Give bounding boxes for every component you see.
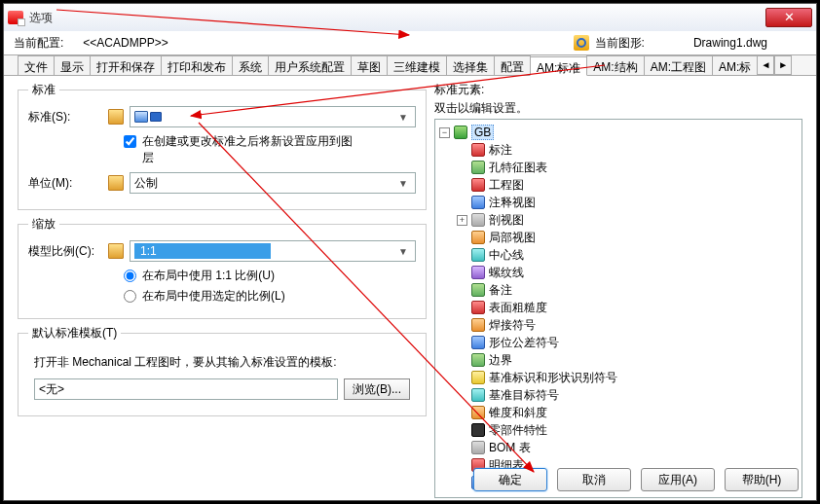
tree-item-icon <box>471 301 485 314</box>
tab-3[interactable]: 打印和发布 <box>161 55 233 75</box>
current-profile-label: 当前配置: <box>14 35 63 52</box>
tree-node[interactable]: 局部视图 <box>439 229 798 246</box>
tree-node[interactable]: BOM 表 <box>439 439 798 456</box>
tab-12[interactable]: AM:工程图 <box>644 55 713 75</box>
titlebar: 选项 ✕ <box>4 4 816 31</box>
tab-5[interactable]: 用户系统配置 <box>268 55 352 75</box>
tab-scroll-right[interactable]: ► <box>774 55 792 75</box>
tab-scroll-left[interactable]: ◄ <box>757 55 774 75</box>
chevron-down-icon: ▼ <box>395 178 411 189</box>
unit-dropdown[interactable]: 公制 ▼ <box>130 172 416 194</box>
tree-node[interactable]: 中心线 <box>439 246 798 264</box>
standard-legend: 标准 <box>28 82 59 98</box>
tab-7[interactable]: 三维建模 <box>387 55 447 75</box>
scale-label: 模型比例(C): <box>28 243 102 260</box>
options-dialog: 选项 ✕ 当前配置: <<ACADMPP>> 当前图形: Drawing1.dw… <box>3 3 817 501</box>
layout-selected-radio[interactable] <box>124 290 136 303</box>
current-drawing-value: Drawing1.dwg <box>693 36 767 50</box>
tree-item-icon <box>471 266 485 279</box>
close-button[interactable]: ✕ <box>765 8 812 27</box>
tab-1[interactable]: 显示 <box>54 55 91 75</box>
tree-node[interactable]: 边界 <box>439 351 798 369</box>
chevron-down-icon: ▼ <box>395 112 411 123</box>
tree-item-icon <box>471 388 485 402</box>
tree-item-icon <box>471 213 485 227</box>
standard-dropdown[interactable]: ▼ <box>130 106 416 127</box>
tree-node[interactable]: 形位公差符号 <box>439 334 798 351</box>
tree-node[interactable]: 锥度和斜度 <box>439 404 798 421</box>
scale-value: 1:1 <box>134 243 271 259</box>
tree-item-icon <box>471 336 485 349</box>
elements-subheading: 双击以编辑设置。 <box>434 100 802 117</box>
tree-node[interactable]: +剖视图 <box>439 211 798 229</box>
tree-item-icon <box>471 423 485 437</box>
tree-node[interactable]: 孔特征图表 <box>439 159 798 176</box>
tree-item-icon <box>471 283 485 297</box>
apply-button[interactable]: 应用(A) <box>641 468 715 491</box>
elements-heading: 标准元素: <box>434 82 802 98</box>
tree-node[interactable]: 注释视图 <box>439 194 798 211</box>
ok-button[interactable]: 确定 <box>473 468 547 491</box>
tree-item-icon <box>471 248 485 262</box>
browse-button[interactable]: 浏览(B)... <box>344 378 410 400</box>
current-drawing-label: 当前图形: <box>595 35 645 52</box>
tree-item-icon <box>471 143 485 157</box>
layout-11-label: 在布局中使用 1:1 比例(U) <box>142 268 275 284</box>
chevron-down-icon: ▼ <box>395 246 411 257</box>
tree-item-icon <box>471 406 485 419</box>
tree-item-icon <box>471 231 485 244</box>
apply-to-layer-checkbox[interactable] <box>124 135 136 148</box>
tree-node[interactable]: 基准标识和形状识别符号 <box>439 369 798 386</box>
template-path-input[interactable] <box>34 378 338 400</box>
standards-tree[interactable]: −GB标注孔特征图表工程图注释视图+剖视图局部视图中心线螺纹线备注表面粗糙度焊接… <box>434 119 802 498</box>
tree-node[interactable]: 焊接符号 <box>439 316 798 334</box>
window-title: 选项 <box>29 10 765 26</box>
tree-node[interactable]: 备注 <box>439 281 798 299</box>
tree-item-icon <box>471 178 485 192</box>
tree-expand-icon[interactable]: + <box>457 215 467 226</box>
tree-collapse-icon[interactable]: − <box>439 127 450 138</box>
apply-to-layer-label: 在创建或更改标准之后将新设置应用到图层 <box>142 133 356 166</box>
tree-item-icon <box>471 371 485 384</box>
app-icon <box>8 11 23 24</box>
standard-group: 标准 标准(S): ▼ 在创建或更改标准之后将新设置应用到图层 <box>18 82 427 210</box>
folder-icon <box>108 109 124 125</box>
tab-8[interactable]: 选择集 <box>446 55 495 75</box>
tree-item-icon <box>471 196 485 209</box>
folder-icon-3 <box>108 243 124 259</box>
tree-node[interactable]: 标注 <box>439 141 798 159</box>
scale-dropdown[interactable]: 1:1 ▼ <box>130 240 416 262</box>
zoom-legend: 缩放 <box>28 216 59 233</box>
tab-13[interactable]: AM:标 <box>712 55 758 75</box>
tab-4[interactable]: 系统 <box>232 55 269 75</box>
tree-node[interactable]: 螺纹线 <box>439 264 798 281</box>
tree-item-icon <box>471 161 485 174</box>
book-icon <box>454 126 467 139</box>
tree-node[interactable]: 表面粗糙度 <box>439 299 798 316</box>
layout-11-radio[interactable] <box>124 270 136 282</box>
right-column: 标准元素: 双击以编辑设置。 −GB标注孔特征图表工程图注释视图+剖视图局部视图… <box>434 82 802 457</box>
tab-bar: 文件显示打开和保存打印和发布系统用户系统配置草图三维建模选择集配置AM:标准AM… <box>4 54 816 76</box>
tree-node[interactable]: −GB <box>439 124 798 141</box>
folder-icon-2 <box>108 175 124 191</box>
layout-selected-label: 在布局中使用选定的比例(L) <box>142 288 285 305</box>
tree-node[interactable]: 零部件特性 <box>439 421 798 439</box>
tree-node[interactable]: 基准目标符号 <box>439 386 798 404</box>
tab-10[interactable]: AM:标准 <box>530 56 587 76</box>
tree-item-icon <box>471 353 485 367</box>
tab-11[interactable]: AM:结构 <box>586 55 644 75</box>
profile-info-row: 当前配置: <<ACADMPP>> 当前图形: Drawing1.dwg <box>4 31 816 54</box>
template-legend: 默认标准模板(T) <box>28 325 121 342</box>
tab-9[interactable]: 配置 <box>494 55 531 75</box>
tree-node[interactable]: 工程图 <box>439 176 798 194</box>
help-button[interactable]: 帮助(H) <box>725 468 799 491</box>
dialog-footer: 确定 取消 应用(A) 帮助(H) <box>4 465 816 494</box>
cancel-button[interactable]: 取消 <box>557 468 631 491</box>
tab-0[interactable]: 文件 <box>18 55 55 75</box>
zoom-group: 缩放 模型比例(C): 1:1 ▼ 在布局中使用 1:1 比例(U) <box>18 216 427 319</box>
tab-6[interactable]: 草图 <box>351 55 388 75</box>
tree-item-icon <box>471 441 485 454</box>
current-profile-value: <<ACADMPP>> <box>83 36 168 50</box>
tab-2[interactable]: 打开和保存 <box>90 55 162 75</box>
book-icon <box>134 111 148 123</box>
